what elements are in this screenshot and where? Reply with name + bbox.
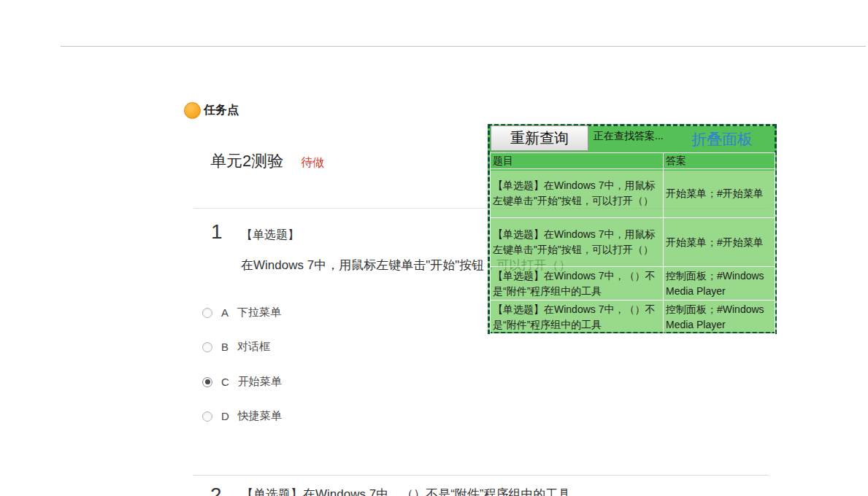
question-cell: 【单选题】在Windows 7中，（）不是“附件”程序组中的工具 — [491, 301, 664, 334]
option-label: 开始菜单 — [238, 375, 282, 389]
question2-number: 2 — [210, 484, 222, 496]
option-letter: B — [221, 341, 228, 353]
option-radio-b[interactable] — [202, 342, 212, 352]
question1-number: 1 — [211, 220, 223, 244]
quiz-title-row: 单元2测验 待做 — [210, 150, 324, 172]
option-radio-a[interactable] — [202, 308, 212, 318]
option-letter: D — [221, 410, 229, 422]
option-row-b[interactable]: B 对话框 — [202, 340, 270, 354]
question-cell: 【单选题】在Windows 7中，（）不是“附件”程序组中的工具 — [491, 267, 664, 301]
option-label: 下拉菜单 — [237, 306, 281, 319]
answer-table: 题目 答案 【单选题】在Windows 7中，用鼠标左键单击"开始"按钮，可以打… — [490, 152, 775, 334]
question-cell: 【单选题】在Windows 7中，用鼠标左键单击"开始"按钮，可以打开（） — [491, 169, 664, 218]
quiz-status-badge: 待做 — [301, 155, 324, 171]
answer-cell: 控制面板；#Windows Media Player — [664, 301, 775, 334]
option-row-a[interactable]: A 下拉菜单 — [202, 306, 281, 319]
column-header-question: 题目 — [491, 153, 664, 169]
section-divider — [193, 475, 769, 476]
top-divider — [61, 46, 866, 47]
option-radio-c[interactable] — [202, 377, 212, 387]
table-row: 【单选题】在Windows 7中，用鼠标左键单击"开始"按钮，可以打开（） 开始… — [491, 169, 775, 218]
option-label: 快捷菜单 — [238, 409, 282, 423]
table-row: 【单选题】在Windows 7中，用鼠标左键单击"开始"按钮，可以打开（） 开始… — [491, 218, 775, 267]
answer-table-header-row: 题目 答案 — [491, 153, 775, 169]
answer-helper-panel: 重新查询 正在查找答案... 折叠面板 题目 答案 【单选题】在Windows … — [488, 124, 777, 334]
option-letter: A — [221, 306, 228, 319]
answer-cell: 开始菜单；#开始菜单 — [664, 218, 775, 267]
option-letter: C — [221, 376, 229, 388]
column-header-answer: 答案 — [664, 153, 775, 169]
question1-type-label: 【单选题】 — [241, 228, 299, 243]
collapse-panel-link[interactable]: 折叠面板 — [691, 129, 753, 150]
answer-panel-header: 重新查询 正在查找答案... 折叠面板 — [490, 126, 775, 152]
task-point-icon — [184, 102, 201, 119]
requery-button[interactable]: 重新查询 — [491, 125, 588, 151]
answer-cell: 开始菜单；#开始菜单 — [664, 169, 775, 218]
task-point: 任务点 — [184, 102, 239, 119]
table-row: 【单选题】在Windows 7中，（）不是“附件”程序组中的工具 控制面板；#W… — [491, 301, 775, 334]
question-cell: 【单选题】在Windows 7中，用鼠标左键单击"开始"按钮，可以打开（） — [491, 218, 664, 267]
quiz-title: 单元2测验 — [210, 150, 283, 172]
task-point-label: 任务点 — [204, 103, 239, 118]
option-radio-d[interactable] — [202, 411, 212, 422]
option-row-d[interactable]: D 快捷菜单 — [202, 409, 282, 423]
answer-cell: 控制面板；#Windows Media Player — [664, 267, 775, 301]
option-row-c[interactable]: C 开始菜单 — [202, 375, 282, 389]
search-status-text: 正在查找答案... — [594, 130, 664, 143]
question2-text: 【单选题】在Windows 7中，（）不是“附件”程序组中的工具 — [241, 486, 570, 496]
table-row: 【单选题】在Windows 7中，（）不是“附件”程序组中的工具 控制面板；#W… — [491, 267, 775, 301]
option-label: 对话框 — [237, 340, 270, 354]
